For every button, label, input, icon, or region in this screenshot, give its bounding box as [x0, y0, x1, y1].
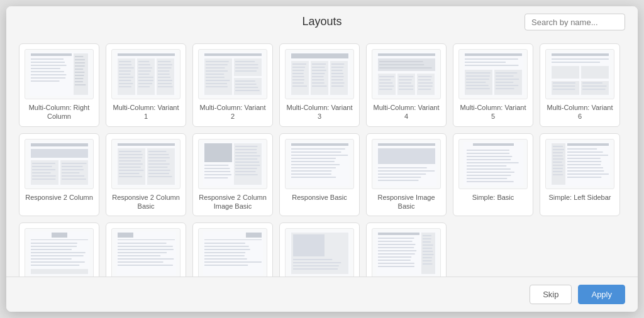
svg-rect-48: [158, 74, 170, 75]
layout-card-simple-basic[interactable]: Simple: Basic: [453, 133, 533, 217]
layout-label: Multi-Column: Right Column: [25, 103, 94, 121]
layout-label: Multi-Column: Variant 1: [111, 103, 180, 121]
svg-rect-266: [567, 155, 608, 156]
svg-rect-81: [292, 73, 304, 74]
svg-rect-25: [119, 64, 131, 65]
layout-card-simple-postcard[interactable]: Simple: Postcard: [279, 222, 360, 277]
svg-rect-283: [31, 261, 85, 263]
layout-card-resp-2col-basic[interactable]: Responsive 2 Column Basic: [106, 133, 186, 217]
svg-rect-131: [465, 62, 506, 63]
svg-rect-66: [235, 61, 255, 62]
search-box[interactable]: [525, 13, 625, 30]
layout-card-resp-basic[interactable]: Responsive Basic: [279, 133, 360, 217]
svg-rect-272: [567, 173, 609, 175]
layout-card-mc-variant6[interactable]: Multi-Column: Variant 6: [540, 43, 620, 127]
svg-rect-199: [148, 176, 172, 177]
svg-rect-321: [378, 250, 416, 251]
apply-button[interactable]: Apply: [578, 285, 625, 304]
svg-rect-114: [379, 85, 394, 87]
svg-rect-196: [148, 167, 167, 168]
svg-rect-243: [467, 159, 511, 160]
layout-thumbnail: [458, 139, 528, 189]
svg-rect-144: [496, 82, 513, 83]
layout-thumbnail: [198, 139, 267, 189]
layout-card-mc-variant5[interactable]: Multi-Column: Variant 5: [453, 43, 533, 127]
layout-card-mc-right-col[interactable]: Multi-Column: Right Column: [19, 43, 99, 127]
svg-rect-314: [293, 268, 338, 270]
svg-rect-242: [467, 156, 512, 157]
svg-rect-85: [292, 85, 307, 87]
layout-label: Responsive 2 Column Image Basic: [198, 193, 267, 211]
svg-rect-9: [31, 80, 59, 82]
svg-rect-224: [291, 161, 335, 162]
svg-rect-216: [204, 174, 231, 175]
layout-card-mc-variant1[interactable]: Multi-Column: Variant 1: [106, 43, 186, 127]
layout-card-simple-left-sidebar[interactable]: Simple: Left Sidebar: [540, 133, 620, 217]
search-input[interactable]: [525, 13, 625, 30]
layout-card-mc-variant4[interactable]: Multi-Column: Variant 4: [366, 43, 447, 127]
svg-rect-89: [312, 70, 326, 71]
modal-header: Layouts: [6, 6, 638, 37]
svg-rect-262: [553, 174, 563, 175]
svg-rect-317: [378, 238, 414, 239]
svg-rect-51: [158, 83, 172, 84]
svg-rect-293: [118, 255, 160, 256]
svg-rect-263: [567, 143, 609, 146]
svg-rect-111: [379, 76, 394, 77]
svg-rect-194: [148, 160, 166, 162]
svg-rect-64: [206, 86, 228, 87]
svg-rect-63: [206, 83, 227, 84]
svg-rect-198: [148, 173, 169, 174]
svg-rect-36: [138, 67, 152, 69]
svg-rect-213: [204, 165, 228, 166]
svg-rect-271: [567, 170, 604, 172]
layout-card-mc-variant2[interactable]: Multi-Column: Variant 2: [192, 43, 273, 127]
svg-rect-153: [553, 82, 575, 84]
layout-card-simple-lh-left[interactable]: Simple: Letterhead Left Logo: [106, 222, 186, 277]
layouts-grid: Multi-Column: Right ColumnMulti-Column: …: [19, 43, 625, 277]
layout-card-resp-2col-img[interactable]: Responsive 2 Column Image Basic: [192, 133, 273, 217]
layout-card-resp-img-basic[interactable]: Responsive Image Basic: [366, 133, 447, 217]
svg-rect-86: [311, 61, 328, 95]
svg-rect-268: [567, 161, 601, 162]
svg-rect-138: [466, 85, 489, 86]
svg-rect-119: [399, 82, 411, 84]
svg-rect-117: [399, 76, 413, 77]
svg-rect-57: [206, 64, 228, 65]
svg-rect-239: [473, 143, 514, 146]
svg-rect-29: [119, 77, 133, 78]
svg-rect-7: [31, 74, 66, 75]
svg-rect-151: [552, 66, 579, 79]
svg-rect-96: [331, 63, 344, 65]
svg-rect-83: [292, 79, 304, 80]
svg-rect-258: [553, 162, 562, 163]
layout-card-simple-lh-right[interactable]: Simple: Letterhead Right Logo: [192, 222, 273, 277]
svg-rect-326: [378, 266, 414, 267]
svg-rect-335: [423, 257, 432, 258]
svg-rect-24: [119, 61, 131, 62]
svg-rect-130: [465, 58, 518, 60]
layouts-grid-container: Multi-Column: Right ColumnMulti-Column: …: [6, 37, 638, 277]
svg-rect-292: [118, 252, 167, 253]
layout-card-simple-right-sidebar[interactable]: Simple: Right Sidebar: [366, 222, 447, 277]
svg-rect-92: [312, 79, 324, 80]
layout-card-mc-variant3[interactable]: Multi-Column: Variant 3: [279, 43, 360, 127]
svg-rect-276: [31, 239, 88, 240]
svg-rect-237: [378, 180, 418, 181]
svg-rect-84: [292, 82, 304, 84]
svg-rect-182: [119, 154, 143, 155]
layout-card-resp-2col[interactable]: Responsive 2 Column: [19, 133, 99, 217]
svg-rect-259: [553, 165, 564, 166]
skip-button[interactable]: Skip: [530, 285, 572, 304]
svg-rect-197: [148, 170, 170, 171]
svg-rect-42: [138, 86, 150, 87]
svg-rect-305: [204, 258, 247, 260]
svg-rect-121: [399, 89, 413, 90]
layout-label: Multi-Column: Variant 3: [285, 103, 354, 121]
svg-rect-112: [379, 79, 391, 80]
svg-rect-311: [293, 259, 332, 260]
layout-card-simple-lh-center[interactable]: Simple: Letterhead Center Logo: [19, 222, 99, 277]
svg-rect-28: [119, 74, 130, 75]
svg-rect-37: [138, 70, 151, 72]
svg-rect-69: [235, 70, 257, 72]
